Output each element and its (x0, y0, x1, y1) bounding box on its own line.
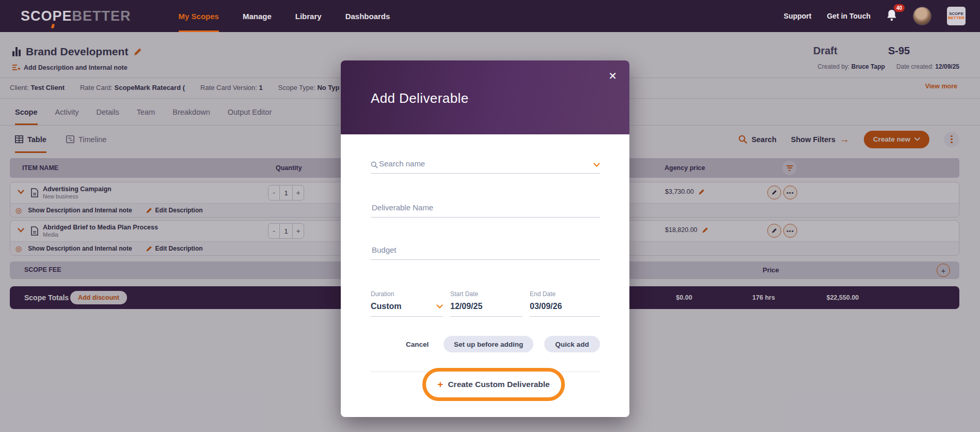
nav-manage[interactable]: Manage (243, 0, 272, 32)
modal-header: ✕ Add Deliverable (341, 60, 629, 134)
search-name-field (371, 156, 600, 174)
nav-library[interactable]: Library (295, 0, 322, 32)
budget-field (371, 242, 600, 260)
search-icon (371, 161, 378, 168)
app-logo-text-scope: SCOPE (21, 8, 72, 24)
create-custom-deliverable-button[interactable]: + Create Custom Deliverable (422, 368, 565, 401)
main-nav: My Scopes Manage Library Dashboards (179, 0, 390, 32)
nav-dashboards[interactable]: Dashboards (345, 0, 390, 32)
add-deliverable-modal: ✕ Add Deliverable Duration Custom Start … (341, 60, 629, 417)
setup-before-adding-button[interactable]: Set up before adding (444, 336, 533, 352)
nav-my-scopes[interactable]: My Scopes (179, 0, 219, 32)
app-logo-text-better: BETTER (72, 8, 131, 24)
plus-icon: + (437, 379, 443, 390)
nav-get-in-touch[interactable]: Get in Touch (827, 12, 871, 20)
top-navbar: SCOPEBETTER My Scopes Manage Library Das… (0, 0, 980, 32)
deliverable-name-input[interactable] (371, 200, 600, 218)
end-date-label: End Date (530, 290, 600, 298)
user-avatar[interactable] (913, 7, 931, 25)
chevron-down-icon (436, 304, 443, 308)
start-date-value: 12/09/25 (450, 302, 482, 311)
cancel-button[interactable]: Cancel (406, 341, 429, 348)
search-name-input[interactable] (378, 156, 593, 173)
logo-accent-mark (51, 23, 55, 28)
end-date-field[interactable]: End Date 03/09/26 (530, 290, 600, 317)
close-icon[interactable]: ✕ (608, 70, 617, 82)
chevron-down-icon[interactable] (593, 163, 600, 167)
duration-value: Custom (371, 302, 402, 311)
start-date-label: Start Date (450, 290, 523, 298)
notification-badge: 40 (894, 4, 905, 12)
start-date-field[interactable]: Start Date 12/09/25 (450, 290, 523, 317)
budget-input[interactable] (371, 242, 600, 260)
deliverable-name-field (371, 200, 600, 218)
end-date-value: 03/09/26 (530, 302, 562, 311)
app-logo[interactable]: SCOPEBETTER (21, 8, 131, 24)
duration-select[interactable]: Duration Custom (371, 290, 443, 317)
modal-title: Add Deliverable (371, 90, 469, 106)
workspace-logo-line2: BETTER (948, 16, 965, 20)
workspace-logo[interactable]: SCOPE BETTER (947, 7, 966, 25)
duration-label: Duration (371, 290, 443, 298)
notifications-button[interactable]: 40 (886, 9, 897, 23)
create-custom-deliverable-label: Create Custom Deliverable (448, 380, 549, 389)
quick-add-button[interactable]: Quick add (544, 336, 600, 352)
nav-support[interactable]: Support (784, 12, 812, 20)
